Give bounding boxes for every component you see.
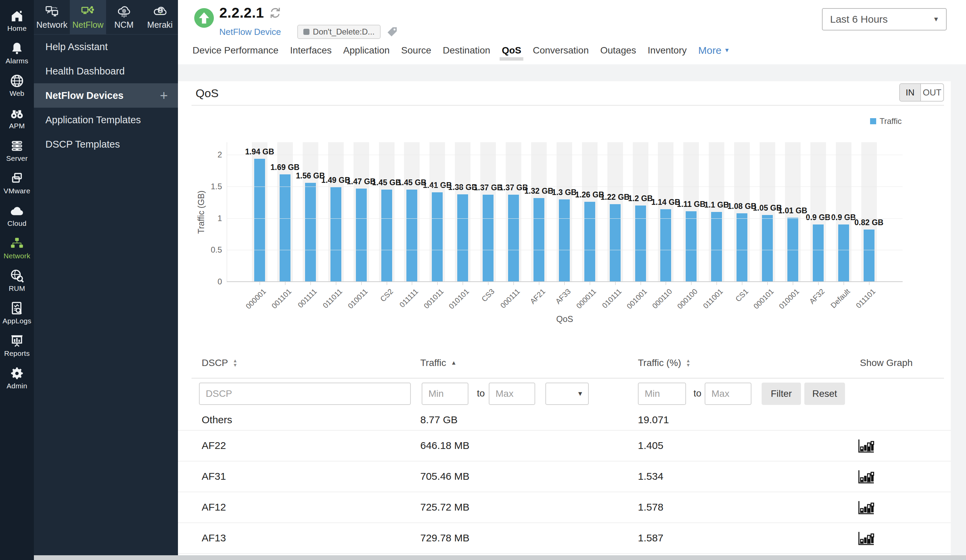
module-tab-network[interactable]: Network: [34, 0, 70, 34]
expand-plus-icon[interactable]: +: [160, 88, 168, 103]
bar-cs1[interactable]: [736, 213, 748, 282]
bar-011001[interactable]: [711, 212, 722, 282]
toggle-out-button[interactable]: OUT: [921, 84, 943, 101]
bar-000001[interactable]: [254, 159, 265, 282]
sidebar-item-vmware[interactable]: VMware: [0, 167, 34, 199]
filter-button[interactable]: Filter: [762, 383, 801, 405]
bar-000101[interactable]: [762, 215, 773, 282]
tag-icon[interactable]: [386, 26, 398, 38]
tab-outages[interactable]: Outages: [600, 45, 636, 56]
x-tick: [539, 282, 539, 285]
bar-001101[interactable]: [279, 174, 291, 282]
traffic-pct-min-input[interactable]: [638, 383, 686, 405]
tab-device-performance[interactable]: Device Performance: [192, 45, 279, 56]
show-graph-icon[interactable]: [858, 531, 875, 546]
traffic-min-input[interactable]: [422, 383, 468, 405]
show-graph-icon[interactable]: [858, 470, 875, 485]
x-tick-label: 000110: [651, 287, 674, 311]
bar-af33[interactable]: [559, 200, 570, 282]
tab-more[interactable]: More▼: [698, 45, 730, 56]
x-tick-label: 010001: [777, 287, 801, 311]
bar-000110[interactable]: [660, 209, 671, 282]
cell-traffic: 8.77 GB: [420, 414, 458, 426]
menu-item-application-templates[interactable]: Application Templates: [34, 108, 178, 132]
sort-arrows-icon[interactable]: ▲▼: [233, 359, 238, 367]
traffic-pct-max-input[interactable]: [705, 383, 751, 405]
sidebar-item-home[interactable]: Home: [0, 4, 34, 36]
dscp-filter-input[interactable]: [199, 383, 411, 405]
bar-cs3[interactable]: [483, 195, 493, 282]
globe-icon: [9, 73, 25, 89]
sidebar-item-reports[interactable]: Reports: [0, 329, 34, 362]
sidebar-item-apm[interactable]: APM: [0, 102, 34, 134]
x-tick-label: 001101: [270, 287, 293, 311]
rum-icon: [9, 268, 25, 284]
sidebar-item-label: Admin: [7, 382, 27, 390]
bar-001111[interactable]: [305, 183, 316, 282]
refresh-icon[interactable]: [269, 7, 282, 19]
bar-af32[interactable]: [813, 224, 824, 282]
sidebar-item-label: Network: [3, 252, 30, 260]
tab-source[interactable]: Source: [401, 45, 432, 56]
tab-application[interactable]: Application: [343, 45, 390, 56]
sort-arrows-icon[interactable]: ▲▼: [686, 359, 691, 367]
bar-001001[interactable]: [635, 206, 646, 282]
bar-af21[interactable]: [534, 198, 544, 282]
tab-inventory[interactable]: Inventory: [648, 45, 687, 56]
horizontal-scrollbar[interactable]: [34, 555, 966, 560]
device-tabs: Device PerformanceInterfacesApplicationS…: [192, 43, 730, 58]
show-graph-icon[interactable]: [858, 500, 875, 515]
tab-qos[interactable]: QoS: [502, 45, 521, 56]
time-range-select[interactable]: Last 6 Hours ▼: [822, 8, 947, 31]
bar-010111[interactable]: [610, 204, 621, 282]
column-header-traffic[interactable]: Traffic▲: [420, 357, 457, 368]
sidebar-item-server[interactable]: Server: [0, 134, 34, 167]
bar-000100[interactable]: [686, 211, 697, 282]
x-tick: [818, 282, 818, 285]
module-tab-label: NetFlow: [72, 20, 104, 30]
bar-011111[interactable]: [406, 190, 417, 282]
bar-001011[interactable]: [432, 192, 443, 282]
bar-010011[interactable]: [356, 188, 367, 282]
sidebar-item-web[interactable]: Web: [0, 69, 34, 102]
sidebar-item-applogs[interactable]: AppLogs: [0, 296, 34, 329]
column-header-dscp[interactable]: DSCP▲▼: [202, 357, 238, 368]
x-tick: [387, 282, 387, 285]
tab-interfaces[interactable]: Interfaces: [290, 45, 332, 56]
time-range-value: Last 6 Hours: [830, 13, 933, 25]
traffic-unit-select[interactable]: ▼: [545, 383, 589, 405]
menu-item-health-dashboard[interactable]: Health Dashboard: [34, 59, 178, 83]
bar-011101[interactable]: [864, 229, 874, 282]
x-tick-label: 011111: [398, 287, 420, 309]
sidebar-item-rum[interactable]: RUM: [0, 264, 34, 296]
sidebar-item-alarms[interactable]: Alarms: [0, 36, 34, 69]
bar-011011[interactable]: [330, 187, 341, 282]
bar-000011[interactable]: [584, 202, 595, 282]
sidebar-item-cloud[interactable]: Cloud: [0, 199, 34, 232]
sidebar-item-network[interactable]: Network: [0, 232, 34, 264]
device-type-link[interactable]: NetFlow Device: [219, 27, 281, 37]
bar-010101[interactable]: [457, 194, 468, 282]
qos-card: QoS IN OUT Traffic Traffic (GB) 1.94 GB0…: [178, 81, 951, 555]
menu-item-netflow-devices[interactable]: NetFlow Devices+: [34, 83, 178, 108]
toggle-in-button[interactable]: IN: [900, 84, 921, 101]
traffic-max-input[interactable]: [489, 383, 535, 405]
home-icon: [9, 8, 25, 24]
sidebar-item-admin[interactable]: Admin: [0, 362, 34, 394]
tag-chip[interactable]: Don't_Delete:D...: [297, 25, 381, 39]
module-tab-ncm[interactable]: NCM: [106, 0, 142, 34]
module-tab-meraki[interactable]: Meraki: [142, 0, 178, 34]
menu-item-help-assistant[interactable]: Help Assistant: [34, 34, 178, 59]
menu-item-dscp-templates[interactable]: DSCP Templates: [34, 132, 178, 156]
module-tab-netflow[interactable]: NetFlow: [70, 0, 106, 34]
tab-conversation[interactable]: Conversation: [533, 45, 589, 56]
column-header-traffic-[interactable]: Traffic (%)▲▼: [638, 357, 690, 368]
tab-destination[interactable]: Destination: [443, 45, 490, 56]
bar-default[interactable]: [838, 224, 849, 282]
sort-asc-icon[interactable]: ▲: [451, 360, 457, 366]
show-graph-icon[interactable]: [858, 439, 875, 454]
bar-cs2[interactable]: [381, 190, 392, 282]
bar-000111[interactable]: [508, 195, 519, 282]
network-icon: [9, 236, 25, 251]
reset-button[interactable]: Reset: [804, 383, 845, 405]
